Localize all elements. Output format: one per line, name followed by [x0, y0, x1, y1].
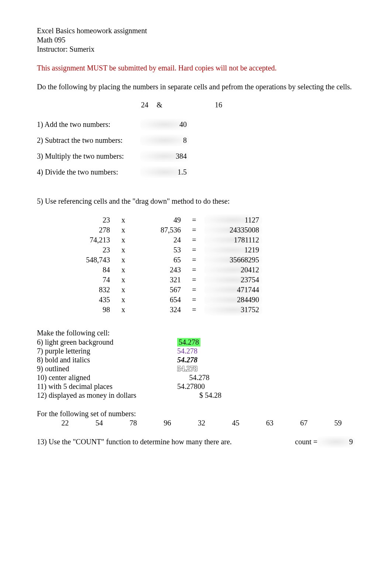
mult-result: 1781112 — [204, 235, 262, 245]
q6-value: 54.278 — [177, 338, 200, 346]
mult-a: 548,743 — [63, 255, 113, 265]
mult-a: 74 — [63, 275, 113, 285]
mult-b: 324 — [134, 305, 184, 315]
mult-eq: = — [184, 275, 204, 285]
q9-label: 9) outlined — [37, 365, 177, 373]
table-row: 832x567=471744 — [63, 285, 262, 295]
q6-row: 6) light green background 54.278 — [37, 338, 355, 346]
mult-b: 87,536 — [134, 225, 184, 235]
mult-b: 53 — [134, 245, 184, 255]
q11-row: 11) with 5 decimal places 54.27800 — [37, 382, 355, 391]
input-b: 16 — [171, 101, 222, 109]
q2-row: 2) Subtract the two numbers: 8 — [37, 135, 355, 145]
table-row: 23x53=1219 — [63, 245, 262, 255]
mult-x: x — [113, 225, 134, 235]
q12-row: 12) displayed as money in dollars $ 54.2… — [37, 391, 355, 400]
q11-value: 54.27800 — [177, 382, 221, 391]
mult-x: x — [113, 215, 134, 225]
doc-instructor: Instructor: Sumerix — [37, 45, 355, 54]
mult-x: x — [113, 305, 134, 315]
mult-eq: = — [184, 305, 204, 315]
q6-label: 6) light green background — [37, 338, 177, 346]
table-row: 74x321=23754 — [63, 275, 262, 285]
mult-a: 278 — [63, 225, 113, 235]
mult-result: 35668295 — [204, 255, 262, 265]
mult-result: 1127 — [204, 215, 262, 225]
mult-b: 654 — [134, 295, 184, 305]
mult-result: 31752 — [204, 305, 262, 315]
mult-a: 84 — [63, 265, 113, 275]
doc-title: Excel Basics homeowork assignment — [37, 27, 355, 35]
mult-eq: = — [184, 295, 204, 305]
numset-value: 96 — [150, 419, 184, 427]
q3-value: 384 — [140, 151, 189, 161]
warning-text: This assignment MUST be submitted by ema… — [37, 64, 355, 72]
count-value: 9 — [317, 437, 355, 447]
table-row: 278x87,536=24335008 — [63, 225, 262, 235]
q3-label: 3) Multiply the two numbers: — [37, 152, 140, 161]
mult-a: 98 — [63, 305, 113, 315]
table-row: 84x243=20412 — [63, 265, 262, 275]
q5-label: 5) Use referencing cells and the "drag d… — [37, 197, 355, 206]
q7-value: 54.278 — [177, 347, 221, 355]
q9-row: 9) outlined 54.278 — [37, 365, 355, 373]
mult-table: 23x49=1127278x87,536=2433500874,213x24=1… — [63, 215, 262, 315]
q8-value: 54.278 — [177, 356, 221, 364]
mult-b: 321 — [134, 275, 184, 285]
doc-course: Math 095 — [37, 36, 355, 44]
table-row: 435x654=284490 — [63, 295, 262, 305]
q4-row: 4) Divide the two numbers: 1.5 — [37, 167, 355, 177]
q7-label: 7) purple lettering — [37, 347, 177, 355]
input-a: 24 — [126, 101, 148, 109]
q9-value: 54.278 — [177, 365, 221, 373]
mult-x: x — [113, 255, 134, 265]
q10-label: 10) center aligned — [37, 373, 177, 382]
numset-value: 45 — [219, 419, 252, 427]
mult-eq: = — [184, 215, 204, 225]
mult-a: 435 — [63, 295, 113, 305]
mult-eq: = — [184, 285, 204, 295]
table-row: 23x49=1127 — [63, 215, 262, 225]
table-row: 98x324=31752 — [63, 305, 262, 315]
mult-x: x — [113, 285, 134, 295]
mult-result: 471744 — [204, 285, 262, 295]
q1-row: 1) Add the two numbers: 40 — [37, 120, 355, 130]
numset-value: 63 — [253, 419, 287, 427]
mult-eq: = — [184, 265, 204, 275]
q13-label: 13) Use the "COUNT" function to determin… — [37, 438, 288, 446]
q12-label: 12) displayed as money in dollars — [37, 391, 177, 400]
mult-b: 243 — [134, 265, 184, 275]
numset-value: 59 — [321, 419, 355, 427]
mult-a: 23 — [63, 245, 113, 255]
q3-row: 3) Multiply the two numbers: 384 — [37, 151, 355, 161]
q1-label: 1) Add the two numbers: — [37, 120, 140, 129]
numset-value: 32 — [185, 419, 219, 427]
mult-result: 24335008 — [204, 225, 262, 235]
numset-row: 225478963245636759 — [48, 419, 355, 427]
mult-eq: = — [184, 245, 204, 255]
q1-value: 40 — [140, 120, 189, 130]
mult-x: x — [113, 235, 134, 245]
mult-b: 49 — [134, 215, 184, 225]
mult-b: 65 — [134, 255, 184, 265]
q10-value: 54.278 — [177, 373, 221, 382]
numset-value: 22 — [48, 419, 82, 427]
mult-result: 284490 — [204, 295, 262, 305]
q12-value: $ 54.28 — [177, 391, 221, 400]
mult-x: x — [113, 245, 134, 255]
q2-value: 8 — [140, 135, 189, 145]
q7-row: 7) purple lettering 54.278 — [37, 347, 355, 355]
mult-a: 832 — [63, 285, 113, 295]
numset-value: 54 — [82, 419, 116, 427]
q2-label: 2) Subtract the two numbers: — [37, 136, 140, 145]
table-row: 548,743x65=35668295 — [63, 255, 262, 265]
mult-a: 23 — [63, 215, 113, 225]
table-row: 74,213x24=1781112 — [63, 235, 262, 245]
mult-x: x — [113, 265, 134, 275]
q13-row: 13) Use the "COUNT" function to determin… — [37, 437, 355, 447]
mult-result: 20412 — [204, 265, 262, 275]
mult-eq: = — [184, 255, 204, 265]
mult-a: 74,213 — [63, 235, 113, 245]
numset-value: 78 — [116, 419, 150, 427]
numset-value: 67 — [287, 419, 321, 427]
